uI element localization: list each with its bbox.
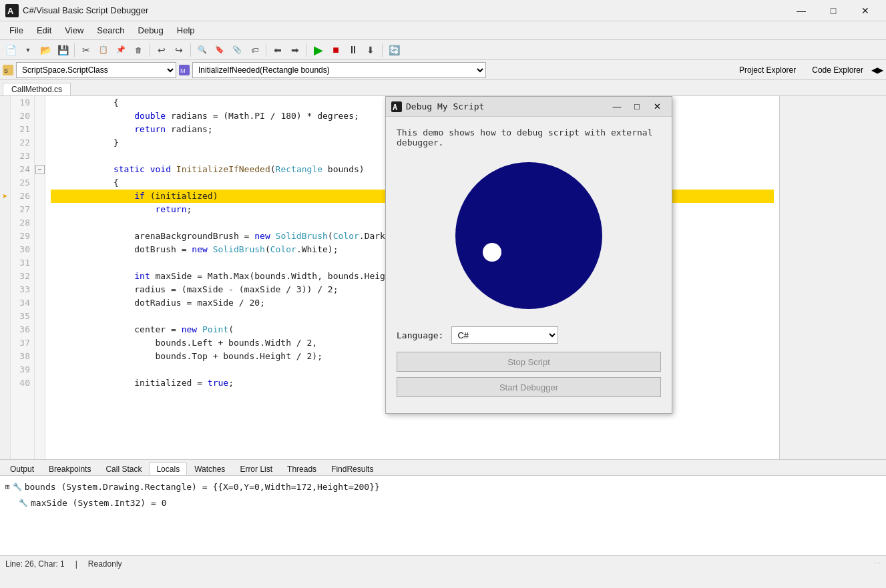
dialog-maximize[interactable]: □: [628, 99, 646, 115]
undo-button[interactable]: ↩: [154, 42, 170, 58]
dialog-canvas: [397, 156, 661, 316]
dialog-close[interactable]: ✕: [648, 99, 666, 115]
collapse-col: −: [35, 96, 45, 459]
status-position: Line: 26, Char: 1: [5, 559, 65, 569]
class-dropdown[interactable]: ScriptSpace.ScriptClass: [16, 62, 176, 78]
sep2: [150, 43, 150, 57]
current-line-arrow: ➤: [2, 191, 7, 202]
window-title: C#/Visual Basic Script Debugger: [23, 5, 786, 15]
stop-script-button[interactable]: Stop Script: [397, 352, 661, 372]
language-label: Language:: [397, 330, 443, 340]
bookmark-toggle[interactable]: 🏷: [246, 42, 262, 58]
nav-forward[interactable]: ➡: [287, 42, 303, 58]
close-button[interactable]: ✕: [850, 0, 881, 21]
margin-40: [0, 376, 10, 390]
status-bar: Line: 26, Char: 1 | Readonly ⋯: [0, 555, 886, 571]
paste-button[interactable]: 📌: [113, 42, 129, 58]
margin-33: [0, 283, 10, 296]
code-explorer-btn[interactable]: Code Explorer: [804, 63, 871, 77]
margin-37: [0, 336, 10, 350]
toolbar: 📄 ▼ 📂 💾 ✂ 📋 📌 🗑 ↩ ↪ 🔍 🔖 📎 🏷 ⬅ ➡ ▶ ■ ⏸ ⬇ …: [0, 40, 886, 60]
menu-file[interactable]: File: [3, 23, 30, 38]
margin-30: [0, 243, 10, 256]
step-into[interactable]: ⬇: [363, 42, 379, 58]
code-area: ➤: [0, 96, 779, 459]
refresh-button[interactable]: 🔄: [386, 42, 402, 58]
new-dropdown[interactable]: ▼: [20, 42, 36, 58]
margin-22: [0, 136, 10, 150]
file-tabs: CallMethod.cs: [0, 80, 886, 96]
sep5: [306, 43, 307, 57]
menu-view[interactable]: View: [58, 23, 90, 38]
sep6: [382, 43, 383, 57]
menu-debug[interactable]: Debug: [132, 23, 170, 38]
expand-bounds[interactable]: ⊞: [5, 483, 10, 491]
delete-button[interactable]: 🗑: [130, 42, 146, 58]
dialog-body: This demo shows how to debug script with…: [386, 117, 672, 413]
save-button[interactable]: 💾: [55, 42, 71, 58]
tab-locals[interactable]: Locals: [149, 463, 187, 476]
run-button[interactable]: ▶: [310, 42, 326, 58]
right-side-panel: [779, 96, 886, 459]
menu-help[interactable]: Help: [170, 23, 202, 38]
local-row-maxside: 🔧 maxSide (System.Int32) = 0: [5, 495, 881, 511]
svg-point-9: [483, 243, 501, 262]
debug-dialog: A Debug My Script — □ ✕ This demo shows …: [385, 96, 672, 414]
copy-button[interactable]: 📋: [95, 42, 112, 58]
dialog-icon: A: [391, 101, 402, 112]
new-button[interactable]: 📄: [3, 42, 19, 58]
menu-search[interactable]: Search: [90, 23, 131, 38]
sep1: [74, 43, 75, 57]
margin-23: [0, 150, 10, 163]
margin-35: [0, 310, 10, 323]
maximize-button[interactable]: □: [818, 0, 849, 21]
nav-back[interactable]: ⬅: [270, 42, 286, 58]
tab-threads[interactable]: Threads: [280, 463, 324, 475]
app-icon: A: [5, 4, 19, 17]
pause-button[interactable]: ⏸: [345, 42, 361, 58]
cut-button[interactable]: ✂: [78, 42, 94, 58]
minimize-button[interactable]: —: [786, 0, 817, 21]
margin-36: [0, 323, 10, 336]
project-explorer-btn[interactable]: Project Explorer: [731, 63, 804, 77]
tab-errorlist[interactable]: Error List: [232, 463, 280, 475]
file-tab-callmethod[interactable]: CallMethod.cs: [3, 83, 71, 95]
margin-32: [0, 270, 10, 283]
dialog-controls: — □ ✕: [608, 99, 666, 115]
menu-edit[interactable]: Edit: [30, 23, 58, 38]
dialog-description: This demo shows how to debug script with…: [397, 127, 661, 148]
find-button[interactable]: 🔍: [194, 42, 210, 58]
tab-callstack[interactable]: Call Stack: [98, 463, 149, 475]
margin-39: [0, 363, 10, 376]
panel-nav-left[interactable]: ◀: [871, 63, 877, 77]
left-section: ➤: [0, 96, 886, 571]
bookmark-next[interactable]: 📎: [229, 42, 245, 58]
method-dropdown[interactable]: InitializeIfNeeded(Rectangle bounds): [192, 62, 486, 78]
tab-output[interactable]: Output: [3, 463, 41, 475]
locals-panel[interactable]: ⊞ 🔧 bounds (System.Drawing.Rectangle) = …: [0, 475, 886, 555]
open-button[interactable]: 📂: [37, 42, 53, 58]
wrench-icon-bounds: 🔧: [13, 483, 22, 491]
redo-button[interactable]: ↪: [171, 42, 187, 58]
local-maxside-name: maxSide (System.Int32) = 0: [31, 498, 167, 508]
title-bar: A C#/Visual Basic Script Debugger — □ ✕: [0, 0, 886, 21]
stop-button[interactable]: ■: [328, 42, 344, 58]
margin-31: [0, 256, 10, 270]
window-controls: — □ ✕: [786, 0, 881, 21]
bookmark-prev[interactable]: 🔖: [212, 42, 228, 58]
start-debugger-button[interactable]: Start Debugger: [397, 377, 661, 397]
dialog-minimize[interactable]: —: [608, 99, 626, 115]
tab-watches[interactable]: Watches: [187, 463, 232, 475]
dialog-title-bar: A Debug My Script — □ ✕: [386, 97, 672, 117]
language-select[interactable]: C# Visual Basic: [451, 326, 558, 344]
sep4: [266, 43, 266, 57]
breakpoint-margin: ➤: [0, 96, 11, 459]
content-wrapper: ➤: [0, 96, 886, 571]
margin-28: [0, 216, 10, 230]
language-row: Language: C# Visual Basic: [397, 326, 661, 344]
collapse-24[interactable]: −: [35, 165, 45, 174]
status-resize: ⋯: [873, 559, 881, 568]
panel-nav-right[interactable]: ▶: [877, 63, 883, 77]
tab-breakpoints[interactable]: Breakpoints: [41, 463, 98, 475]
tab-findresults[interactable]: FindResults: [324, 463, 381, 475]
